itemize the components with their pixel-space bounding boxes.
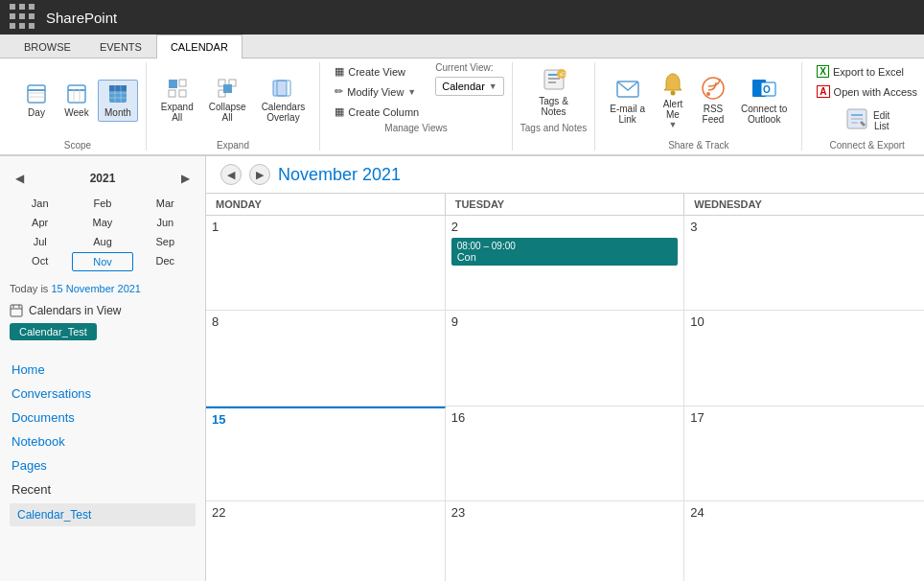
ribbon-tabs: BROWSE EVENTS CALENDAR: [0, 35, 924, 58]
export-excel-button[interactable]: X Export to Excel: [810, 62, 924, 81]
cal-month-title: November 2021: [278, 165, 401, 185]
current-view-label: Current View:: [435, 62, 504, 73]
tab-calendar[interactable]: CALENDAR: [156, 35, 243, 58]
create-column-label: Create Column: [348, 106, 419, 118]
tab-browse[interactable]: BROWSE: [10, 35, 85, 58]
mini-cal-jan[interactable]: Jan: [10, 195, 70, 212]
email-link-icon: [615, 76, 640, 104]
create-view-label: Create View: [348, 66, 405, 78]
mini-cal-may[interactable]: May: [72, 214, 132, 231]
mini-cal-header: ◀ 2021 ▶: [10, 166, 196, 191]
cal-cell-nov23: 23: [446, 501, 685, 581]
export-excel-label: Export to Excel: [833, 66, 904, 78]
cal-prev-button[interactable]: ◀: [220, 164, 242, 185]
app-title: SharePoint: [46, 10, 117, 26]
calendars-overlay-label: CalendarsOverlay: [262, 102, 306, 123]
cal-header-monday: MONDAY: [206, 194, 446, 215]
mini-cal-oct[interactable]: Oct: [10, 252, 70, 271]
cal-week-2: 8 9 10: [206, 311, 924, 406]
calendar-small-icon: [10, 304, 23, 317]
svg-text:🏷: 🏷: [560, 71, 566, 78]
share-track-buttons: E-mail aLink AlertMe ▼ RSSFeed O Connect: [603, 62, 794, 138]
modify-view-icon: ✏: [335, 85, 343, 98]
cal-week-3: 15 16 17: [206, 407, 924, 501]
email-link-button[interactable]: E-mail aLink: [603, 72, 652, 128]
cal-header-wednesday: WEDNESDAY: [684, 194, 924, 215]
month-button[interactable]: Month: [98, 80, 138, 122]
tags-notes-button[interactable]: 🏷 Tags &Notes: [532, 62, 575, 121]
sidebar-item-notebook[interactable]: Notebook: [10, 430, 196, 453]
day-button[interactable]: Day: [17, 80, 56, 122]
create-view-icon: ▦: [335, 65, 344, 78]
week-button[interactable]: Week: [58, 80, 96, 122]
cal-date-15: 15: [212, 412, 225, 427]
svg-rect-14: [169, 80, 177, 88]
mini-cal-mar[interactable]: Mar: [135, 195, 196, 212]
mini-cal-next[interactable]: ▶: [175, 170, 196, 187]
alert-me-icon: [660, 71, 685, 99]
mini-cal-apr[interactable]: Apr: [10, 214, 70, 231]
day-icon: [26, 83, 47, 107]
ribbon-section-scope: Day Week Month Scope: [10, 62, 147, 151]
cal-date-16: 16: [451, 410, 465, 425]
sidebar-item-home[interactable]: Home: [10, 358, 196, 382]
mini-cal-aug[interactable]: Aug: [72, 233, 132, 250]
collapse-all-button[interactable]: CollapseAll: [202, 74, 253, 127]
svg-rect-0: [28, 85, 45, 103]
cal-date-24: 24: [690, 505, 704, 520]
calendar-test-badge[interactable]: Calendar_Test: [10, 323, 97, 340]
current-view-dropdown[interactable]: Calendar ▼: [435, 77, 504, 96]
cal-next-button[interactable]: ▶: [249, 164, 270, 185]
week-icon: [66, 83, 87, 107]
mini-cal-nov[interactable]: Nov: [72, 252, 132, 271]
mini-cal-dec[interactable]: Dec: [135, 252, 196, 271]
mini-cal-feb[interactable]: Feb: [72, 195, 132, 212]
scope-buttons: Day Week Month: [17, 62, 138, 138]
alert-me-button[interactable]: AlertMe ▼: [654, 67, 692, 133]
modify-view-button[interactable]: ✏ Modify View ▼: [328, 82, 426, 101]
mini-cal-prev[interactable]: ◀: [10, 170, 30, 187]
today-link[interactable]: 15 November 2021: [51, 283, 141, 294]
mini-cal-sep[interactable]: Sep: [135, 233, 196, 250]
mini-cal-jun[interactable]: Jun: [135, 214, 196, 231]
connect-outlook-button[interactable]: O Connect toOutlook: [734, 72, 794, 128]
expand-buttons: ExpandAll CollapseAll CalendarsOverlay: [154, 62, 312, 138]
cal-event-1[interactable]: 08:00 – 09:00 Con: [451, 238, 679, 266]
svg-rect-45: [11, 305, 22, 316]
current-view-value: Calendar: [442, 81, 485, 92]
create-view-button[interactable]: ▦ Create View: [328, 62, 426, 81]
svg-rect-1: [28, 89, 45, 91]
sidebar-item-pages[interactable]: Pages: [10, 453, 196, 477]
calendars-in-view: Calendars in View Calendar_Test: [10, 304, 196, 340]
cal-header: ◀ ▶ November 2021: [206, 156, 924, 194]
cal-cell-nov2: 2 08:00 – 09:00 Con: [446, 216, 685, 310]
svg-rect-26: [548, 78, 560, 80]
mini-cal-jul[interactable]: Jul: [10, 233, 70, 250]
calendar-area: ◀ ▶ November 2021 MONDAY TUESDAY WEDNESD…: [206, 156, 924, 581]
open-access-label: Open with Access: [834, 86, 917, 98]
svg-rect-15: [179, 80, 186, 86]
rss-feed-button[interactable]: RSSFeed: [694, 72, 732, 128]
sidebar-item-conversations[interactable]: Conversations: [10, 382, 196, 406]
sidebar-recent-calendar-test[interactable]: Calendar_Test: [10, 503, 196, 526]
create-column-button[interactable]: ▦ Create Column: [328, 103, 426, 121]
edit-list-button[interactable]: EditList: [838, 103, 896, 138]
cal-cell-nov1: 1: [206, 216, 446, 310]
cal-cell-nov24: 24: [684, 501, 924, 581]
cal-cell-nov17: 17: [684, 407, 924, 500]
cal-cell-nov22: 22: [206, 501, 446, 581]
expand-all-button[interactable]: ExpandAll: [154, 74, 200, 127]
cal-header-tuesday: TUESDAY: [446, 194, 685, 215]
apps-icon[interactable]: [10, 4, 36, 31]
svg-rect-17: [179, 90, 186, 97]
tab-events[interactable]: EVENTS: [85, 35, 156, 58]
cal-event-1-time: 08:00 – 09:00: [457, 241, 673, 251]
week-label: Week: [64, 107, 88, 118]
tags-notes-label: Tags &Notes: [539, 96, 568, 117]
month-icon: [107, 83, 128, 107]
open-access-button[interactable]: A Open with Access: [810, 82, 924, 101]
tags-notes-section-label: Tags and Notes: [520, 123, 588, 133]
sidebar-item-documents[interactable]: Documents: [10, 406, 196, 430]
cal-date-2: 2: [451, 220, 458, 234]
calendars-overlay-button[interactable]: CalendarsOverlay: [255, 74, 312, 127]
